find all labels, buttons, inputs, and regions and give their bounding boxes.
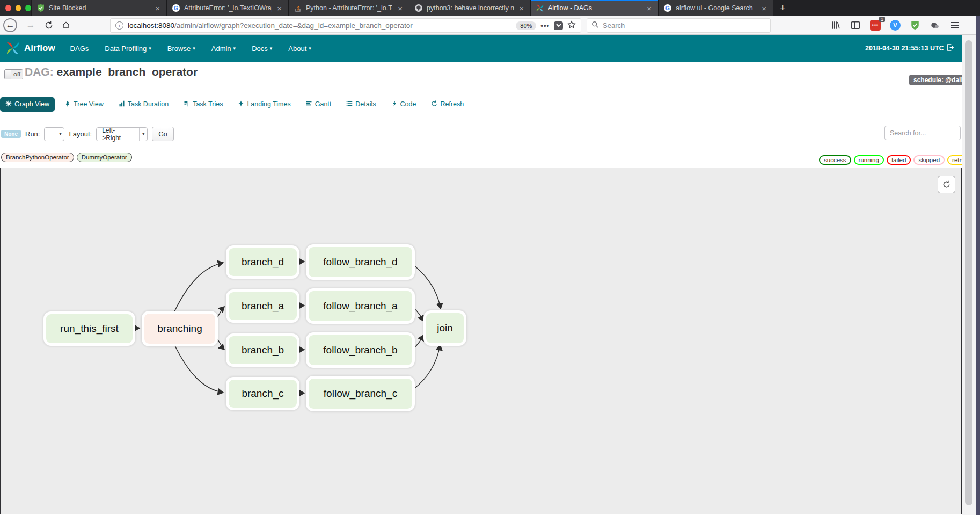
browser-tab-6[interactable]: Gairflow ui - Google Search× [658,0,773,16]
browser-tab-bar: Site Blocked×GAttributeError: '_io.TextI… [0,0,980,16]
search-icon [591,21,599,31]
dag-node-branch_b[interactable]: branch_b [229,336,297,364]
dag-node-run_this_first[interactable]: run_this_first [46,314,133,343]
logout-icon[interactable] [946,43,954,54]
sidebar-icon[interactable] [849,19,862,32]
window-minimize-button[interactable] [16,5,21,11]
stackoverflow-icon [294,4,302,12]
dag-node-branch_d[interactable]: branch_d [229,248,297,276]
nav-item-docs[interactable]: Docs▾ [252,45,272,53]
browser-tab-3[interactable]: Python - AttributeError: '_io.Tex× [288,0,409,16]
forward-button[interactable]: → [24,18,38,32]
page-scrollbar[interactable] [962,35,976,515]
browser-tab-2[interactable]: GAttributeError: '_io.TextIOWrapp× [166,0,288,16]
nav-item-data-profiling[interactable]: Data Profiling▾ [105,45,151,53]
library-icon[interactable] [829,19,842,32]
chevron-down-icon: ▾ [309,46,311,51]
tree-icon [64,100,71,108]
status-legend-success: success [819,155,851,165]
view-tab-task-duration[interactable]: Task Duration [113,97,174,112]
window-close-button[interactable] [5,5,11,11]
view-tab-tree-view[interactable]: Tree View [59,97,109,112]
github-icon [414,4,423,12]
menu-hamburger-icon[interactable] [948,19,961,32]
tab-close-icon[interactable]: × [517,3,525,13]
screen-edge-strip [976,16,980,515]
status-legend-failed: failed [887,155,911,165]
browser-search-input[interactable] [603,21,766,30]
browser-tab-5[interactable]: Airflow - DAGs× [530,0,658,16]
zoom-level-badge[interactable]: 80% [516,21,536,30]
view-tab-task-tries[interactable]: Task Tries [178,97,228,112]
nav-item-about[interactable]: About▾ [288,45,311,53]
dag-node-branching[interactable]: branching [144,314,215,344]
tab-close-icon[interactable]: × [645,3,653,13]
tab-close-icon[interactable]: × [275,3,283,13]
nav-item-label: Docs [252,45,268,53]
view-tab-details[interactable]: Details [341,97,381,112]
dag-graph-canvas[interactable]: run_this_firstbranchingbranch_dbranch_ab… [0,168,962,514]
reload-button[interactable] [42,18,56,32]
tab-close-icon[interactable]: × [760,3,768,13]
tab-close-icon[interactable]: × [153,3,162,13]
chevron-down-icon: ▾ [56,128,64,141]
status-legend: successrunningfailedskippedretryqueuedno… [819,154,980,166]
go-button[interactable]: Go [152,127,174,141]
site-info-icon[interactable]: i [115,21,123,30]
refresh-icon [431,100,437,108]
browser-toolbar: ← → i localhost:8080/admin/airflow/graph… [0,16,980,35]
google-icon: G [172,4,180,12]
airflow-nav-menu: DAGsData Profiling▾Browse▾Admin▾Docs▾Abo… [70,45,327,53]
url-bar[interactable]: i localhost:8080/admin/airflow/graph?exe… [110,18,581,33]
run-select[interactable]: ▾ [44,127,64,141]
scrollbar-thumb[interactable] [965,40,972,505]
extension-blue-icon[interactable]: V [889,19,902,32]
view-tab-code[interactable]: Code [386,97,422,112]
view-tab-landing-times[interactable]: Landing Times [232,97,296,112]
airflow-brand[interactable]: Airflow [24,43,55,54]
new-tab-button[interactable]: + [773,0,792,16]
dag-node-follow_branch_d[interactable]: follow_branch_d [309,247,412,277]
nav-item-dags[interactable]: DAGs [70,45,89,53]
privacy-circles-icon[interactable] [928,19,941,32]
dag-node-branch_a[interactable]: branch_a [229,292,297,320]
dag-node-branch_c[interactable]: branch_c [229,380,297,408]
back-button[interactable]: ← [3,18,17,32]
browser-tab-4[interactable]: python3: behave incorrectly mo× [409,0,530,16]
window-zoom-button[interactable] [25,5,31,11]
layout-select[interactable]: Left->Right▾ [96,127,148,141]
chevron-down-icon: ▾ [149,46,151,51]
extension-red-icon[interactable]: •••1 [869,19,882,32]
nav-item-admin[interactable]: Admin▾ [211,45,236,53]
pocket-icon[interactable] [554,21,563,30]
dag-node-follow_branch_c[interactable]: follow_branch_c [309,379,412,409]
list-icon [346,100,353,108]
nav-item-browse[interactable]: Browse▾ [167,45,195,53]
nav-item-label: About [288,45,306,53]
chevron-down-icon: ▾ [233,46,236,51]
dag-on-off-toggle[interactable]: Off [4,69,23,79]
task-search-input[interactable] [884,126,961,140]
view-tab-graph-view[interactable]: Graph View [0,97,55,112]
view-tab-gantt[interactable]: Gantt [301,97,337,112]
view-tab-label: Tree View [74,100,104,108]
google-icon: G [663,4,672,12]
dag-node-follow_branch_a[interactable]: follow_branch_a [309,291,412,321]
graph-refresh-button[interactable] [938,176,955,193]
home-button[interactable] [59,18,73,32]
view-tab-refresh[interactable]: Refresh [426,97,469,112]
airflow-logo-icon [5,41,20,56]
operator-legend: BranchPythonOperatorDummyOperator [1,153,132,162]
svg-text:G: G [665,5,670,11]
page-actions-icon[interactable]: ••• [540,21,550,30]
toggle-label: Off [11,70,23,79]
tab-close-icon[interactable]: × [396,3,404,13]
dag-node-join[interactable]: join [426,313,464,343]
browser-tab-1[interactable]: Site Blocked× [31,0,166,16]
browser-search-bar[interactable] [587,18,771,33]
svg-text:G: G [174,5,178,11]
adblock-shield-icon[interactable] [909,19,922,32]
bookmark-star-icon[interactable] [567,20,576,31]
dag-node-follow_branch_b[interactable]: follow_branch_b [309,335,412,365]
asterisk-icon [5,100,12,108]
